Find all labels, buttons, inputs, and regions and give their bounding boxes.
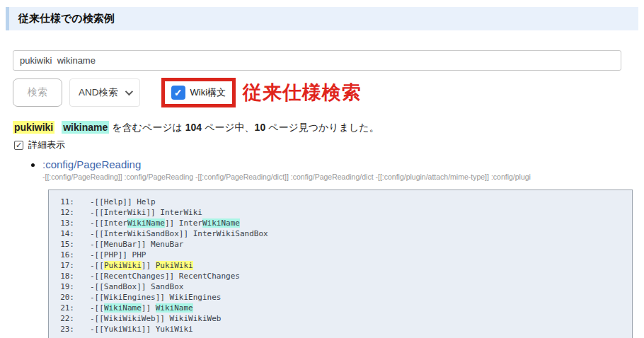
code-line: 16:-[[PHP]] PHP: [56, 250, 628, 260]
code-highlighted-term: WikiName: [156, 303, 193, 313]
code-line: 17:-[[PukiWiki]] PukiWiki: [56, 260, 628, 271]
code-highlighted-term: WikiName: [202, 218, 240, 228]
code-line-content: -[[WikiEngines]] WikiEngines: [74, 293, 221, 302]
code-line-number: 18:: [56, 271, 74, 281]
code-highlighted-term: WikiName: [104, 303, 142, 313]
search-term-1: pukiwiki: [13, 121, 54, 134]
code-line: 18:-[[RecentChanges]] RecentChanges: [56, 271, 628, 281]
code-line-number: 17:: [56, 260, 74, 271]
code-text: ]] Inter: [165, 218, 202, 228]
code-line: 12:-[[InterWiki]] InterWiki: [56, 207, 628, 218]
code-line-content: -[[PHP]] PHP: [74, 250, 146, 260]
code-text: ]]: [142, 303, 156, 313]
code-line-content: -[[MenuBar]] MenuBar: [74, 240, 183, 249]
code-line-content: -[[WikiName]] WikiName: [74, 303, 193, 313]
code-text: -[[PHP]] PHP: [90, 250, 146, 260]
section-header: 従来仕様での検索例: [6, 7, 638, 30]
code-line: 11:-[[Help]] Help: [56, 197, 628, 207]
code-line: 19:-[[SandBox]] SandBox: [56, 281, 628, 292]
result-text-2: ページ中、: [202, 122, 255, 133]
code-text: -[[SandBox]] SandBox: [90, 282, 183, 291]
code-highlighted-term: WikiName: [127, 218, 165, 228]
result-text-3: ページ見つかりました。: [265, 122, 379, 133]
annotation-text: 従来仕様検索: [243, 80, 362, 105]
code-line-number: 22:: [56, 313, 74, 324]
result-list-item: :config/PageReading -[[:config/PageReadi…: [42, 158, 644, 181]
search-button[interactable]: 検索: [13, 78, 62, 107]
code-text: ]]: [142, 261, 156, 270]
result-page-link[interactable]: :config/PageReading: [42, 158, 141, 170]
code-text: -[[YukiWiki]] YukiWiki: [90, 325, 193, 334]
search-term-2: wikiname: [62, 121, 109, 134]
code-text: -[[WikiWikiWeb]] WikiWikiWeb: [90, 314, 221, 323]
code-line-number: 16:: [56, 250, 74, 260]
code-text: -[[: [90, 303, 104, 313]
code-text: -[[MenuBar]] MenuBar: [90, 240, 183, 249]
detail-display-label[interactable]: 詳細表示: [28, 139, 65, 151]
code-line-number: 21:: [56, 303, 74, 313]
code-line-number: 23:: [56, 324, 74, 334]
code-line-number: 15:: [56, 239, 74, 250]
code-line-number: 13:: [56, 218, 74, 228]
search-mode-select[interactable]: AND検索: [69, 78, 140, 107]
code-line: 21:-[[WikiName]] WikiName: [56, 303, 628, 313]
code-text: -[[WikiEngines]] WikiEngines: [90, 293, 221, 302]
result-snippet: -[[:config/PageReading]] :config/PageRea…: [42, 173, 637, 181]
result-list: :config/PageReading -[[:config/PageReadi…: [42, 158, 644, 181]
code-text: -[[RecentChanges]] RecentChanges: [90, 272, 240, 281]
code-line-content: -[[InterWikiSandBox]] InterWikiSandBox: [74, 229, 268, 238]
code-line-content: -[[InterWikiName]] InterWikiName: [74, 218, 240, 228]
code-line-number: 11:: [56, 197, 74, 207]
code-line-number: 19:: [56, 281, 74, 292]
chevron-down-icon: [125, 88, 132, 95]
code-line-number: 20:: [56, 292, 74, 303]
wiki-syntax-checkbox-label[interactable]: Wiki構文: [190, 86, 226, 99]
code-line-content: -[[WikiWikiWeb]] WikiWikiWeb: [74, 314, 221, 323]
code-text: -[[Help]] Help: [90, 197, 156, 206]
code-line-content: -[[SandBox]] SandBox: [74, 282, 183, 291]
code-line: 23:-[[YukiWiki]] YukiWiki: [56, 324, 628, 334]
code-highlighted-term: PukiWiki: [156, 261, 193, 270]
code-highlighted-term: PukiWiki: [104, 261, 142, 270]
code-line-number: 14:: [56, 228, 74, 239]
found-page-count: 10: [255, 122, 266, 133]
code-line-number: 12:: [56, 207, 74, 218]
code-line-content: -[[RecentChanges]] RecentChanges: [74, 272, 240, 281]
total-page-count: 104: [185, 122, 202, 133]
code-block: 11:-[[Help]] Help12:-[[InterWiki]] Inter…: [48, 190, 633, 338]
code-line-content: -[[Help]] Help: [74, 197, 156, 206]
code-text: -[[InterWikiSandBox]] InterWikiSandBox: [90, 229, 268, 238]
code-line: 15:-[[MenuBar]] MenuBar: [56, 239, 628, 250]
code-line-content: -[[InterWiki]] InterWiki: [74, 208, 202, 217]
code-line: 14:-[[InterWikiSandBox]] InterWikiSandBo…: [56, 228, 628, 239]
code-line-content: -[[PukiWiki]] PukiWiki: [74, 261, 193, 270]
detail-display-checkbox[interactable]: ✓: [14, 141, 23, 150]
section-header-title: 従来仕様での検索例: [18, 12, 115, 24]
search-controls: 検索 AND検索 ✓ Wiki構文 従来仕様検索: [13, 76, 644, 110]
code-line-content: -[[YukiWiki]] YukiWiki: [74, 325, 193, 334]
code-line: 13:-[[InterWikiName]] InterWikiName: [56, 218, 628, 228]
code-text: -[[Inter: [90, 218, 127, 228]
wiki-syntax-highlight-box: ✓ Wiki構文: [161, 78, 236, 107]
page: 従来仕様での検索例 検索 AND検索 ✓ Wiki構文 従来仕様検索 pukiw…: [0, 0, 644, 338]
code-text: -[[InterWiki]] InterWiki: [90, 208, 202, 217]
code-line: 20:-[[WikiEngines]] WikiEngines: [56, 292, 628, 303]
code-text: -[[: [90, 261, 104, 270]
wiki-syntax-checkbox[interactable]: ✓: [171, 86, 185, 100]
search-input[interactable]: [13, 50, 621, 71]
code-line: 22:-[[WikiWikiWeb]] WikiWikiWeb: [56, 313, 628, 324]
result-text-1: を含むページは: [109, 122, 185, 133]
detail-display-row: ✓ 詳細表示: [14, 139, 644, 151]
search-result-summary: pukiwikiwikiname を含むページは 104 ページ中、10 ページ…: [13, 122, 644, 134]
search-mode-selected-value: AND検索: [79, 86, 118, 99]
